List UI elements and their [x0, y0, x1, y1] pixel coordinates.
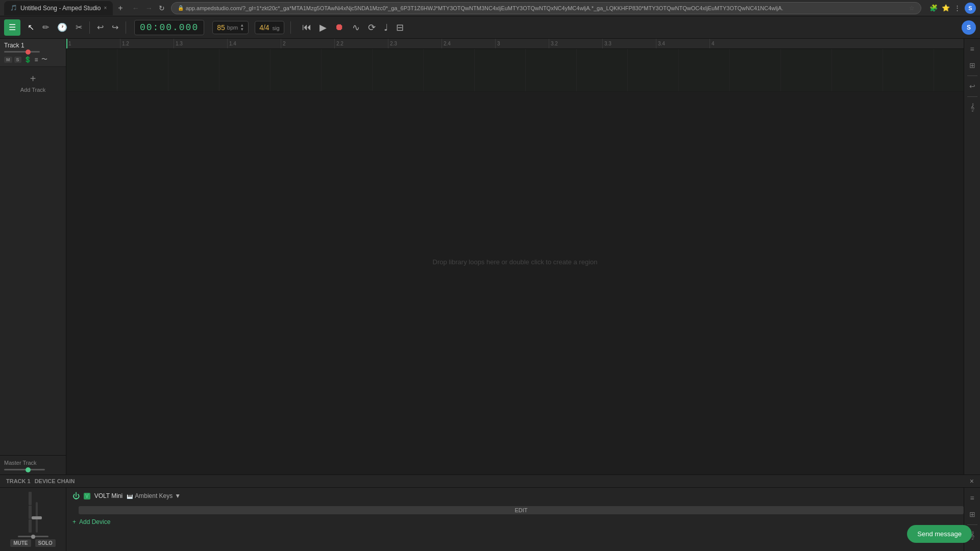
- track-header-1[interactable]: Track 1 M S 💲 ≡ 〜: [0, 39, 66, 66]
- timeline-ruler[interactable]: 1 1.2 1.3 1.4 2 2.2 2.3 2.4 3 3.2 3.3 3.…: [66, 39, 964, 49]
- mixer-toggle-button[interactable]: ⊟: [393, 21, 407, 34]
- ruler-mark: 3: [495, 39, 500, 48]
- user-avatar-toolbar[interactable]: S: [962, 20, 976, 35]
- add-track-button[interactable]: + Add Track: [0, 67, 66, 99]
- ruler-mark: 3.4: [656, 39, 665, 48]
- settings-button[interactable]: ⋮: [954, 4, 961, 12]
- solo-button-1[interactable]: S: [14, 57, 21, 63]
- bottom-right-btn-2[interactable]: ⊞: [967, 508, 977, 520]
- menu-button[interactable]: ☰: [4, 19, 20, 36]
- mute-solo-row: MUTE SOLO: [10, 539, 56, 547]
- cursor-icon: ↖: [28, 23, 34, 32]
- solo-button-bottom[interactable]: SOLO: [35, 539, 56, 547]
- bpm-value: 85: [217, 23, 225, 32]
- extensions-button[interactable]: 🧩: [929, 4, 938, 12]
- bottom-right-btn-1[interactable]: ≡: [968, 492, 976, 504]
- clock-icon: 🕐: [57, 23, 67, 32]
- track-item-1[interactable]: Track 1 M S 💲 ≡ 〜: [0, 39, 66, 67]
- play-button[interactable]: ▶: [316, 21, 330, 34]
- bookmark-icon: ☆: [909, 5, 915, 12]
- arm-button-1[interactable]: 💲: [23, 56, 32, 64]
- pencil-tool-button[interactable]: ✏: [39, 20, 52, 34]
- meter-segment: [29, 492, 32, 505]
- menu-icon: ☰: [9, 22, 16, 32]
- bpm-down-arrow[interactable]: ▼: [240, 28, 244, 32]
- bookmark-star-button[interactable]: ⭐: [942, 4, 950, 12]
- nav-back-button[interactable]: ←: [130, 3, 141, 13]
- clock-tool-button[interactable]: 🕐: [54, 20, 70, 34]
- pencil-icon: ✏: [42, 23, 49, 32]
- right-panel-btn-4[interactable]: 𝄞: [968, 101, 976, 114]
- device-preset-button[interactable]: 🎹 Ambient Keys ▼: [127, 492, 181, 499]
- app-container: ☰ ↖ ✏ 🕐 ✂ ↩ ↪ 00:00.000 85 bpm: [0, 16, 980, 551]
- master-volume-slider[interactable]: [4, 469, 45, 470]
- record-button[interactable]: ⏺: [332, 21, 347, 34]
- add-device-plus-icon: +: [72, 518, 76, 525]
- bpm-display[interactable]: 85 bpm ▲ ▼: [212, 21, 249, 34]
- browser-chrome: 🎵 Untitled Song - Amped Studio × + ← → ↻…: [0, 0, 980, 16]
- right-panel-btn-2[interactable]: ⊞: [967, 59, 977, 71]
- cursor-tool-button[interactable]: ↖: [24, 20, 37, 34]
- mute-button-bottom[interactable]: MUTE: [10, 539, 31, 547]
- device-power-button[interactable]: ⏻: [72, 492, 80, 500]
- ruler-mark: 3.3: [602, 39, 611, 48]
- tab-favicon: 🎵: [10, 5, 17, 11]
- add-device-label: Add Device: [79, 518, 110, 525]
- right-panel-separator-2: [967, 96, 977, 97]
- skip-back-button[interactable]: ⏮: [299, 21, 314, 34]
- arrange-tracks[interactable]: Drop library loops here or double click …: [66, 49, 964, 474]
- add-device-button[interactable]: + Add Device: [66, 514, 964, 530]
- address-text: app.ampedstudio.com/?_gl=1*zkt20c*_ga*MT…: [186, 5, 907, 11]
- address-bar[interactable]: 🔒 app.ampedstudio.com/?_gl=1*zkt20c*_ga*…: [171, 2, 921, 14]
- browser-actions: 🧩 ⭐ ⋮ S: [929, 3, 976, 14]
- fade-button[interactable]: ∿: [349, 21, 363, 34]
- close-bottom-panel-button[interactable]: ×: [970, 477, 974, 485]
- nav-refresh-button[interactable]: ↻: [157, 3, 167, 13]
- device-chain-label: DEVICE CHAIN: [35, 478, 966, 484]
- volume-fader-thumb[interactable]: [32, 516, 42, 519]
- right-panel-btn-1[interactable]: ≡: [968, 43, 976, 55]
- mixer-section: MUTE SOLO 🎤 ≡: [0, 488, 66, 551]
- bottom-right-separator: [967, 524, 977, 525]
- preset-name: Ambient Keys: [135, 492, 173, 499]
- transport-controls: ⏮ ▶ ⏺ ∿ ⟳ ♩ ⊟: [299, 21, 407, 34]
- dropdown-arrow: ▼: [175, 492, 181, 499]
- bpm-arrows[interactable]: ▲ ▼: [240, 23, 244, 32]
- mute-button-1[interactable]: M: [4, 57, 12, 63]
- time-signature-display[interactable]: 4/4 sig: [255, 21, 284, 34]
- metronome-button[interactable]: ♩: [381, 21, 391, 34]
- device-name: VOLT Mini: [94, 492, 123, 499]
- nav-forward-button[interactable]: →: [143, 3, 155, 13]
- right-toolbar: S: [962, 20, 976, 35]
- arrange-track-row-1[interactable]: [66, 49, 964, 92]
- send-message-button[interactable]: Send message: [907, 525, 972, 543]
- volume-fader-track[interactable]: [36, 502, 38, 533]
- active-tab[interactable]: 🎵 Untitled Song - Amped Studio ×: [4, 1, 113, 15]
- user-avatar[interactable]: S: [965, 3, 976, 14]
- keys-icon: 🎹: [127, 493, 133, 499]
- pan-slider[interactable]: [18, 536, 48, 537]
- loop-button[interactable]: ⟳: [365, 21, 379, 34]
- settings-button-1[interactable]: ≡: [34, 56, 39, 64]
- scissors-tool-button[interactable]: ✂: [72, 20, 85, 34]
- add-track-plus-icon: +: [30, 73, 36, 85]
- new-tab-button[interactable]: +: [115, 3, 126, 14]
- track-list: Track 1 M S 💲 ≡ 〜: [0, 39, 66, 455]
- mini-fader-row: [18, 536, 48, 537]
- time-display[interactable]: 00:00.000: [134, 20, 204, 35]
- redo-button[interactable]: ↪: [109, 20, 121, 34]
- track-volume-slider-1[interactable]: [4, 51, 40, 53]
- automation-button-1[interactable]: 〜: [41, 55, 48, 64]
- tab-close-icon[interactable]: ×: [104, 5, 107, 11]
- drop-hint: Drop library loops here or double click …: [432, 258, 597, 266]
- device-edit-button[interactable]: EDIT: [79, 506, 964, 514]
- undo-button[interactable]: ↩: [94, 20, 107, 34]
- ruler-mark: 1.2: [120, 39, 129, 48]
- signature-value: 4/4: [259, 23, 269, 32]
- undo-icon: ↩: [97, 23, 104, 32]
- lock-icon: 🔒: [178, 5, 184, 11]
- redo-icon: ↪: [112, 23, 118, 32]
- right-panel-btn-3[interactable]: ↩: [967, 80, 977, 92]
- sig-label: sig: [272, 25, 279, 31]
- ruler-mark: 4: [709, 39, 715, 48]
